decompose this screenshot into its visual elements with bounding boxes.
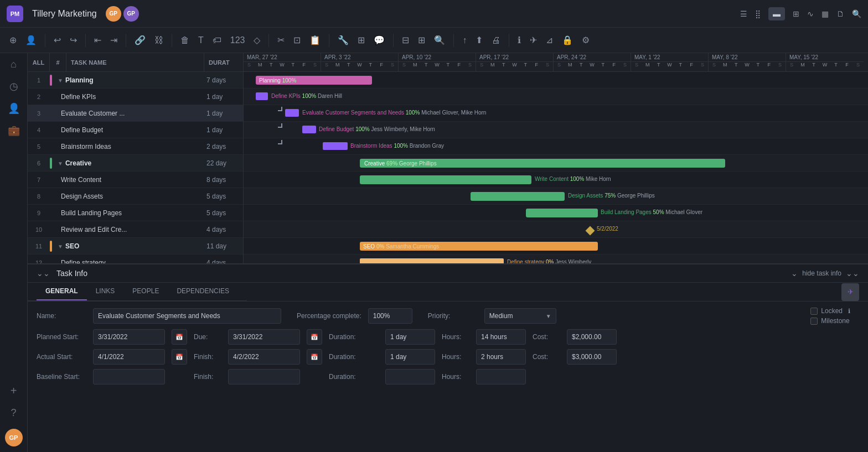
print-btn[interactable]: 🖨 bbox=[489, 33, 503, 48]
gantt-row[interactable]: Define KPIs 100% Daren Hill bbox=[244, 89, 868, 105]
gantt-row[interactable]: 5/2/2022 bbox=[244, 221, 868, 238]
calendar-view-icon[interactable]: ▦ bbox=[822, 9, 829, 18]
sidebar-briefcase-icon[interactable]: 💼 bbox=[8, 124, 20, 137]
table-row[interactable]: 5 Brainstorm Ideas 2 days bbox=[28, 138, 243, 155]
outdent-btn[interactable]: ⇤ bbox=[91, 33, 104, 48]
name-input[interactable] bbox=[93, 308, 281, 324]
gantt-row[interactable]: Planning 100% bbox=[244, 72, 868, 89]
table-view-icon[interactable]: ⊞ bbox=[793, 9, 799, 18]
planned-hours-input[interactable] bbox=[476, 329, 526, 345]
sidebar-add-icon[interactable]: + bbox=[11, 385, 17, 397]
filter-btn[interactable]: ⊿ bbox=[543, 33, 556, 48]
table-row[interactable]: 9 Build Landing Pages 5 days bbox=[28, 205, 243, 221]
number-btn[interactable]: 123 bbox=[228, 33, 248, 48]
gantt-row[interactable]: Creative 69% George Phillips bbox=[244, 155, 868, 172]
collapse-icon[interactable]: ⌄ bbox=[791, 269, 798, 278]
table-row[interactable]: 10 Review and Edit Cre... 4 days bbox=[28, 221, 243, 238]
planned-start-input[interactable] bbox=[93, 329, 165, 345]
unlink-btn[interactable]: ⛓ bbox=[152, 33, 166, 48]
tab-people[interactable]: PEOPLE bbox=[123, 283, 168, 300]
tab-links[interactable]: LINKS bbox=[87, 283, 124, 300]
actual-start-calendar-btn[interactable]: 📅 bbox=[172, 349, 187, 365]
finish-input[interactable] bbox=[228, 349, 300, 365]
due-calendar-btn[interactable]: 📅 bbox=[307, 329, 322, 345]
gantt-view-icon[interactable]: ▬ bbox=[768, 7, 785, 20]
undo-btn[interactable]: ↩ bbox=[51, 33, 64, 48]
tab-dependencies[interactable]: DEPENDENCIES bbox=[168, 283, 238, 300]
sidebar-home-icon[interactable]: ⌂ bbox=[11, 59, 17, 70]
gantt-row[interactable]: Define strategy 0% Jess Wimberly bbox=[244, 254, 868, 263]
gantt-row[interactable]: Write Content 100% Mike Horn bbox=[244, 172, 868, 188]
indent-btn[interactable]: ⇥ bbox=[107, 33, 120, 48]
list-view-icon[interactable]: ☰ bbox=[740, 9, 747, 18]
gantt-chart[interactable]: MAR, 27 '22 S M T W T F S bbox=[244, 53, 868, 263]
actual-hours-input[interactable] bbox=[476, 349, 526, 365]
person-btn[interactable]: 👤 bbox=[23, 33, 39, 48]
hide-task-info-btn[interactable]: hide task info bbox=[802, 269, 841, 277]
wrench-btn[interactable]: 🔧 bbox=[335, 33, 352, 48]
avatar-user2[interactable]: GP bbox=[123, 6, 139, 22]
table-row[interactable]: 3 Evaluate Customer ... 1 day bbox=[28, 105, 243, 122]
info-btn[interactable]: ℹ bbox=[515, 33, 524, 48]
tab-general[interactable]: GENERAL bbox=[37, 283, 87, 300]
baseline-finish-input[interactable] bbox=[228, 369, 300, 385]
planned-cost-input[interactable] bbox=[567, 329, 617, 345]
chart-view-icon[interactable]: ∿ bbox=[807, 9, 814, 18]
grid-btn[interactable]: ⊞ bbox=[355, 33, 368, 48]
gantt-row[interactable]: SEO 0% Samantha Cummings bbox=[244, 238, 868, 254]
text-btn[interactable]: T bbox=[195, 33, 206, 48]
percentage-input[interactable] bbox=[368, 308, 412, 324]
diamond-btn[interactable]: ◇ bbox=[251, 33, 263, 48]
priority-dropdown-arrow[interactable]: ▼ bbox=[546, 313, 551, 319]
paste-btn[interactable]: 📋 bbox=[307, 33, 323, 48]
table-row[interactable]: 7 Write Content 8 days bbox=[28, 172, 243, 188]
sidebar-user-avatar[interactable]: GP bbox=[5, 429, 23, 446]
share-btn[interactable]: ⬆ bbox=[473, 33, 485, 48]
gantt-row[interactable]: Evaluate Customer Segments and Needs 100… bbox=[244, 105, 868, 122]
settings-btn[interactable]: ⚙ bbox=[579, 33, 592, 48]
sidebar-clock-icon[interactable]: ◷ bbox=[9, 80, 18, 92]
actual-duration-input[interactable] bbox=[385, 349, 435, 365]
avatar-user1[interactable]: GP bbox=[106, 6, 121, 22]
file-view-icon[interactable]: 🗋 bbox=[836, 9, 844, 18]
send-btn[interactable]: ✈ bbox=[527, 33, 540, 48]
gantt-row[interactable]: Build Landing Pages 50% Michael Glover bbox=[244, 205, 868, 221]
baseline-duration-input[interactable] bbox=[385, 369, 435, 385]
table-row[interactable]: 6 ▼Creative 22 day bbox=[28, 155, 243, 172]
send-icon-btn[interactable]: ✈ bbox=[841, 283, 859, 301]
tag-btn[interactable]: 🏷 bbox=[210, 33, 224, 48]
export-btn[interactable]: ↑ bbox=[459, 33, 469, 48]
split-btn[interactable]: ⊟ bbox=[399, 33, 412, 48]
gantt-row[interactable]: Define Budget 100% Jess Wimberly, Mike H… bbox=[244, 122, 868, 138]
chevron-down-icon[interactable]: ⌄⌄ bbox=[37, 269, 50, 278]
columns-view-icon[interactable]: ⣿ bbox=[755, 9, 761, 18]
sidebar-help-icon[interactable]: ? bbox=[11, 407, 16, 419]
planned-duration-input[interactable] bbox=[385, 329, 435, 345]
search-icon[interactable]: 🔍 bbox=[852, 9, 861, 18]
gantt-row[interactable]: Design Assets 75% George Phillips bbox=[244, 188, 868, 205]
finish-calendar-btn[interactable]: 📅 bbox=[307, 349, 322, 365]
table2-btn[interactable]: ⊞ bbox=[415, 33, 428, 48]
lock-btn[interactable]: 🔒 bbox=[559, 33, 576, 48]
milestone-checkbox[interactable] bbox=[810, 318, 818, 325]
due-input[interactable] bbox=[228, 329, 300, 345]
table-row[interactable]: 12 Define strategy 4 days bbox=[28, 254, 243, 263]
copy-btn[interactable]: ⊡ bbox=[291, 33, 303, 48]
gantt-row[interactable]: Brainstorm Ideas 100% Brandon Gray bbox=[244, 138, 868, 155]
sidebar-person-icon[interactable]: 👤 bbox=[8, 102, 20, 115]
expand-icon[interactable]: ⌄⌄ bbox=[846, 269, 859, 278]
baseline-start-input[interactable] bbox=[93, 369, 165, 385]
link-btn[interactable]: 🔗 bbox=[132, 33, 148, 48]
planned-start-calendar-btn[interactable]: 📅 bbox=[172, 329, 187, 345]
comment-btn[interactable]: 💬 bbox=[371, 33, 388, 48]
table-row[interactable]: 1 ▼Planning 7 days bbox=[28, 72, 243, 89]
table-row[interactable]: 11 ▼SEO 11 day bbox=[28, 238, 243, 254]
actual-start-input[interactable] bbox=[93, 349, 165, 365]
table-row[interactable]: 2 Define KPIs 1 day bbox=[28, 89, 243, 105]
table-row[interactable]: 4 Define Budget 1 day bbox=[28, 122, 243, 138]
cut-btn[interactable]: ✂ bbox=[275, 33, 287, 48]
redo-btn[interactable]: ↪ bbox=[67, 33, 80, 48]
locked-checkbox[interactable] bbox=[810, 308, 818, 315]
baseline-hours-input[interactable] bbox=[476, 369, 526, 385]
table-row[interactable]: 8 Design Assets 5 days bbox=[28, 188, 243, 205]
